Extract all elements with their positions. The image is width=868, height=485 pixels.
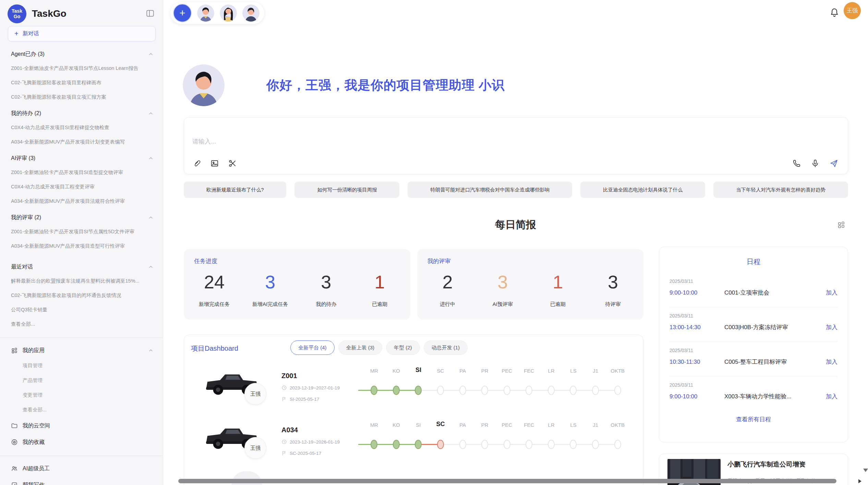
- sidebar-item-ai-super-staff[interactable]: AI超级员工: [11, 465, 156, 472]
- chevron-up-icon[interactable]: [148, 111, 154, 116]
- schedule-entry[interactable]: 2025/03/11 10:30-11:30 C005-整车工程目标评审 加入: [670, 342, 837, 376]
- send-icon[interactable]: [829, 159, 838, 168]
- sidebar-item[interactable]: A034-全新新能源MUV产品开发项目法规符合性评审: [11, 198, 156, 205]
- milestone-dot[interactable]: [415, 440, 422, 449]
- section-agent-done[interactable]: Agent已办 (3): [11, 51, 156, 58]
- milestone-dot[interactable]: [371, 440, 377, 449]
- view-all-schedule-link[interactable]: 查看所有日程: [659, 415, 848, 423]
- assistant-avatar-3[interactable]: [242, 4, 260, 22]
- sidebar-collapse-icon[interactable]: [146, 9, 155, 18]
- filter-chip[interactable]: 动总开发 (1): [424, 340, 468, 355]
- image-icon[interactable]: [210, 159, 219, 168]
- milestone-dot[interactable]: [504, 386, 510, 395]
- milestone-dot[interactable]: [393, 386, 400, 395]
- notification-bell-icon[interactable]: [829, 8, 840, 18]
- join-link[interactable]: 加入: [826, 358, 837, 366]
- milestone-dot[interactable]: [437, 440, 444, 449]
- sidebar-item[interactable]: C0X4-动力总成开发项目工程变更评审: [11, 184, 156, 190]
- sidebar-item[interactable]: Z001-全新燃油轻卡产品开发项目SI造型提交物评审: [11, 169, 156, 176]
- sidebar-item[interactable]: Z001-全新燃油轻卡产品开发项目SI节点属性5D文件评审: [11, 228, 156, 235]
- sidebar-item-view-all-apps[interactable]: 查看全部...: [23, 407, 156, 413]
- chevron-up-icon[interactable]: [148, 156, 154, 161]
- sidebar-item-help-me-write[interactable]: 帮我写作: [11, 481, 156, 485]
- milestone-dot[interactable]: [592, 386, 599, 395]
- suggestion-chip[interactable]: 比亚迪全固态电池计划具体说了什么: [580, 182, 705, 198]
- milestone-dot[interactable]: [570, 386, 577, 395]
- sidebar-item-change-mgmt[interactable]: 变更管理: [23, 392, 156, 398]
- sidebar-item[interactable]: Z001-全新燃油皮卡产品开发项目SI节点Lesson Learn报告: [11, 65, 156, 72]
- sidebar-item[interactable]: A034-全新新能源MUV产品开发项目计划变更表编写: [11, 139, 156, 146]
- scissors-icon[interactable]: [228, 159, 237, 168]
- suggestion-chip[interactable]: 特朗普可能对进口汽车增税会对中国车企造成哪些影响: [408, 182, 572, 198]
- sidebar-item[interactable]: C02-飞腾新能源轻客改款项目立项汇报方案: [11, 94, 156, 101]
- sidebar-item[interactable]: C0X4-动力总成开发项目SI里程碑提交物检查: [11, 124, 156, 131]
- user-avatar[interactable]: 王强: [844, 2, 861, 19]
- milestone-dot[interactable]: [481, 440, 488, 449]
- phone-icon[interactable]: [792, 159, 801, 168]
- suggestion-chip[interactable]: 如何写一份清晰的项目周报: [294, 182, 399, 198]
- layout-grid-icon[interactable]: [837, 221, 845, 229]
- sidebar-item-my-apps[interactable]: 我的应用: [11, 347, 156, 354]
- main-area: + 王强 你好，王强，我是你的项目管理助理 小识: [163, 0, 868, 485]
- suggestion-chip[interactable]: 当下年轻人对汽车外观有怎样的喜好趋势: [713, 182, 848, 198]
- milestone-dot[interactable]: [526, 386, 532, 395]
- assistant-avatar-1[interactable]: [197, 4, 214, 22]
- milestone-dot[interactable]: [548, 440, 555, 449]
- milestone-dot[interactable]: [614, 440, 621, 449]
- section-my-todo[interactable]: 我的待办 (2): [11, 110, 156, 117]
- new-chat-button[interactable]: + 新对话: [8, 26, 156, 41]
- sidebar-item-favorites[interactable]: 我的收藏: [11, 438, 156, 446]
- filter-chip[interactable]: 全新平台 (4): [290, 340, 335, 355]
- sidebar-item-project-mgmt[interactable]: 项目管理: [23, 362, 156, 369]
- horizontal-scrollbar[interactable]: [178, 479, 836, 483]
- sidebar-item[interactable]: 解释最新出台的欧盟报废车法规再生塑料比例被调至15%...: [11, 278, 156, 285]
- milestone-dot[interactable]: [592, 440, 599, 449]
- section-ai-review[interactable]: AI评审 (3): [11, 155, 156, 162]
- milestone-dot[interactable]: [504, 440, 510, 449]
- sidebar-item-cloud-space[interactable]: 我的云空间: [11, 422, 156, 430]
- milestone-dot[interactable]: [526, 440, 532, 449]
- milestone-dot[interactable]: [570, 440, 577, 449]
- milestone-dot[interactable]: [548, 386, 555, 395]
- milestone-dot[interactable]: [437, 386, 444, 395]
- project-row-z001[interactable]: 王强 Z001 2023-12-19~2027-01-19 SI-2025-05…: [191, 362, 637, 416]
- chevron-up-icon[interactable]: [148, 215, 154, 220]
- join-link[interactable]: 加入: [826, 393, 837, 400]
- sidebar-item-view-all[interactable]: 查看全部...: [11, 321, 156, 328]
- milestone-dot[interactable]: [415, 386, 422, 395]
- sidebar-item[interactable]: C02-飞腾新能源轻客改款项目里程碑画布: [11, 79, 156, 86]
- filter-chip[interactable]: 年型 (2): [386, 340, 420, 355]
- join-link[interactable]: 加入: [826, 289, 837, 297]
- schedule-entry[interactable]: 2025/03/11 13:00-14:30 C003|H0B-方案冻结评审 加…: [670, 307, 837, 342]
- paperclip-icon[interactable]: [192, 159, 201, 168]
- sidebar-item[interactable]: A034-全新新能源MUV产品开发项目造型可行性评审: [11, 243, 156, 250]
- milestone-label: SC: [430, 368, 452, 374]
- milestone-dot[interactable]: [393, 440, 400, 449]
- schedule-entry[interactable]: 2025/03/11 9:00-10:00 C001-立项审批会 加入: [670, 273, 837, 307]
- section-my-review[interactable]: 我的评审 (2): [11, 214, 156, 221]
- scroll-down-arrow-icon[interactable]: [863, 469, 868, 472]
- chevron-up-icon[interactable]: [148, 348, 154, 353]
- chevron-up-icon[interactable]: [148, 264, 154, 270]
- suggestion-chip[interactable]: 欧洲新规最近颁布了什么?: [184, 182, 286, 198]
- microphone-icon[interactable]: [811, 159, 820, 168]
- sidebar-item[interactable]: 公司Q3轻卡销量: [11, 307, 156, 313]
- scroll-right-arrow-icon[interactable]: [858, 479, 861, 483]
- assistant-avatar-2[interactable]: [220, 4, 237, 22]
- sidebar-item[interactable]: C02-飞腾新能源轻客改款项目的闭环通告反馈情况: [11, 292, 156, 299]
- milestone-dot[interactable]: [459, 386, 466, 395]
- chevron-up-icon[interactable]: [148, 51, 154, 57]
- milestone-dot[interactable]: [614, 386, 621, 395]
- milestone-dot[interactable]: [459, 440, 466, 449]
- schedule-entry[interactable]: 2025/03/11 9:00-10:00 X003-车辆动力学性能验... 加…: [670, 376, 837, 411]
- chat-input[interactable]: [189, 121, 843, 155]
- join-link[interactable]: 加入: [826, 323, 837, 331]
- milestone-label: PA: [451, 368, 474, 374]
- add-assistant-button[interactable]: +: [173, 4, 192, 22]
- project-row-a034[interactable]: 王强 A034 2023-12-19~2026-01-19 SC-2025-05…: [191, 416, 637, 470]
- milestone-dot[interactable]: [481, 386, 488, 395]
- milestone-dot[interactable]: [371, 386, 377, 395]
- sidebar-item-product-mgmt[interactable]: 产品管理: [23, 377, 156, 384]
- section-recent-chats[interactable]: 最近对话: [11, 263, 156, 270]
- filter-chip[interactable]: 全新上装 (3): [338, 340, 383, 355]
